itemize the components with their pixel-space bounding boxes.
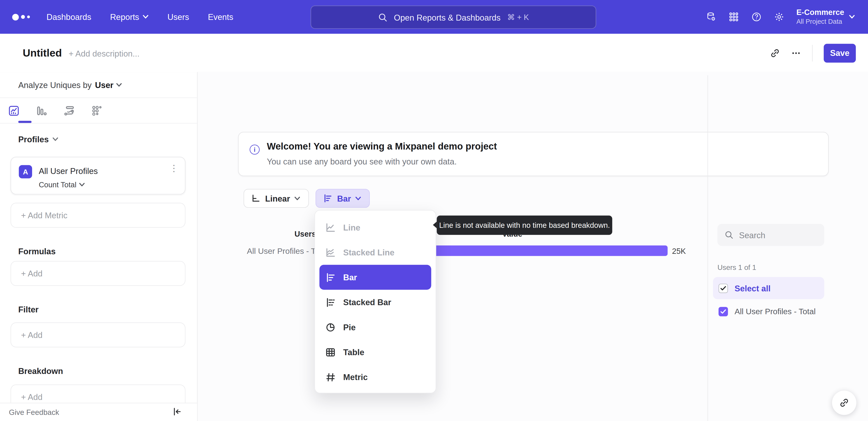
search-placeholder: Search bbox=[739, 230, 765, 240]
tab-retention[interactable] bbox=[83, 105, 111, 117]
metric-card[interactable]: A All User Profiles ⋮ Count Total bbox=[11, 157, 186, 195]
chart-type-dropdown-button[interactable]: Bar bbox=[315, 189, 370, 208]
data-management-icon[interactable] bbox=[706, 11, 716, 22]
add-metric-button[interactable]: + Add Metric bbox=[11, 203, 186, 228]
menu-item-stacked-bar[interactable]: Stacked Bar bbox=[319, 290, 431, 315]
add-description-field[interactable]: + Add description... bbox=[69, 49, 140, 58]
chevron-down-icon bbox=[116, 83, 122, 87]
metric-badge[interactable]: A bbox=[19, 165, 32, 178]
nav-item-events[interactable]: Events bbox=[208, 12, 233, 22]
select-all-row[interactable]: Select all bbox=[713, 277, 824, 299]
pie-chart-icon bbox=[325, 322, 336, 333]
copy-link-icon bbox=[839, 398, 849, 408]
add-formula-button[interactable]: + Add bbox=[11, 261, 186, 286]
global-search-input[interactable]: Open Reports & Dashboards ⌘ + K bbox=[311, 5, 596, 29]
scale-dropdown-button[interactable]: Linear bbox=[244, 189, 309, 208]
check-icon bbox=[720, 285, 726, 290]
chevron-down-icon bbox=[849, 15, 855, 19]
share-link-fab[interactable] bbox=[832, 391, 857, 415]
report-canvas: i Welcome! You are viewing a Mixpanel de… bbox=[197, 72, 868, 421]
info-icon: i bbox=[250, 145, 259, 155]
retention-icon bbox=[91, 105, 103, 117]
menu-item-pie[interactable]: Pie bbox=[319, 315, 431, 340]
help-icon[interactable] bbox=[751, 11, 762, 22]
nav-item-dashboards[interactable]: Dashboards bbox=[46, 12, 91, 22]
series-checkbox-checked[interactable] bbox=[719, 307, 728, 316]
more-options-icon[interactable] bbox=[791, 48, 801, 58]
chart-column-header-users: Users bbox=[294, 229, 316, 238]
chart-bar-value: 25K bbox=[672, 247, 686, 255]
tab-funnels[interactable] bbox=[28, 105, 55, 117]
metric-aggregation-dropdown[interactable]: Count Total bbox=[39, 180, 85, 189]
disabled-option-tooltip: Line is not available with no time based… bbox=[437, 216, 612, 235]
bar-chart-icon bbox=[323, 193, 333, 203]
report-type-tabs bbox=[0, 98, 197, 123]
formulas-section-header: Formulas bbox=[18, 247, 56, 256]
table-icon bbox=[325, 346, 336, 358]
metric-icon bbox=[325, 371, 336, 383]
mixpanel-logo-icon[interactable] bbox=[12, 0, 30, 34]
stacked-line-chart-icon bbox=[325, 247, 336, 258]
funnels-icon bbox=[35, 105, 48, 117]
project-switcher[interactable]: E-Commerce All Project Data bbox=[796, 8, 855, 26]
nav-label: Reports bbox=[110, 12, 139, 22]
report-title[interactable]: Untitled bbox=[23, 47, 62, 59]
mixpanel-app: Dashboards Reports Users Events Open Rep… bbox=[0, 0, 868, 421]
insights-icon bbox=[8, 105, 20, 117]
add-filter-button[interactable]: + Add bbox=[11, 322, 186, 347]
banner-subtitle: You can use any board you see with your … bbox=[267, 157, 457, 166]
divider bbox=[0, 123, 197, 123]
menu-item-table[interactable]: Table bbox=[319, 340, 431, 364]
primary-nav: Dashboards Reports Users Events bbox=[46, 0, 233, 34]
panel-divider bbox=[708, 75, 708, 421]
menu-item-stacked-line: Stacked Line bbox=[319, 240, 431, 265]
sidebar-footer: Give Feedback bbox=[0, 403, 197, 421]
menu-item-metric[interactable]: Metric bbox=[319, 364, 431, 389]
query-builder-sidebar: Analyze Uniques by User bbox=[0, 72, 197, 421]
settings-gear-icon[interactable] bbox=[774, 11, 784, 22]
nav-right-cluster: E-Commerce All Project Data bbox=[706, 0, 855, 34]
analyze-value-dropdown[interactable]: User bbox=[95, 80, 122, 90]
apps-grid-icon[interactable] bbox=[728, 11, 739, 22]
series-item-row[interactable]: All User Profiles - Total bbox=[713, 300, 824, 322]
collapse-sidebar-icon[interactable] bbox=[173, 407, 182, 416]
banner-title: Welcome! You are viewing a Mixpanel demo… bbox=[267, 141, 497, 152]
search-placeholder: Open Reports & Dashboards bbox=[394, 12, 501, 22]
analyze-uniques-row: Analyze Uniques by User bbox=[18, 80, 122, 90]
give-feedback-link[interactable]: Give Feedback bbox=[9, 408, 59, 417]
series-search-input[interactable]: Search bbox=[717, 224, 825, 246]
report-header: Untitled + Add description... Save bbox=[0, 34, 868, 73]
select-all-checkbox[interactable] bbox=[719, 283, 728, 293]
menu-item-bar[interactable]: Bar bbox=[319, 265, 431, 290]
project-scope: All Project Data bbox=[796, 18, 842, 26]
nav-item-reports[interactable]: Reports bbox=[110, 12, 149, 22]
nav-label: Dashboards bbox=[46, 12, 91, 22]
chevron-down-icon bbox=[294, 196, 300, 200]
nav-item-users[interactable]: Users bbox=[167, 12, 189, 22]
active-tab-indicator bbox=[18, 121, 32, 123]
bar-chart-icon bbox=[325, 272, 336, 283]
divider bbox=[812, 45, 813, 61]
flows-icon bbox=[63, 105, 75, 117]
nav-label: Users bbox=[167, 12, 189, 22]
chevron-down-icon bbox=[79, 183, 85, 187]
copy-link-icon[interactable] bbox=[770, 48, 780, 58]
save-button[interactable]: Save bbox=[824, 44, 856, 62]
stacked-bar-chart-icon bbox=[325, 297, 336, 308]
tab-flows[interactable] bbox=[55, 105, 83, 117]
linear-scale-icon bbox=[251, 193, 260, 203]
tab-insights[interactable] bbox=[0, 105, 28, 117]
search-icon bbox=[725, 230, 734, 240]
search-icon bbox=[378, 12, 388, 22]
filter-section-header: Filter bbox=[18, 305, 39, 314]
chevron-down-icon bbox=[143, 15, 149, 19]
menu-item-line: Line bbox=[319, 215, 431, 240]
check-icon bbox=[720, 309, 726, 314]
top-nav: Dashboards Reports Users Events Open Rep… bbox=[0, 0, 868, 34]
nav-label: Events bbox=[208, 12, 233, 22]
chevron-down-icon bbox=[53, 137, 58, 141]
metric-name[interactable]: All User Profiles bbox=[39, 166, 98, 176]
profiles-section-header[interactable]: Profiles bbox=[18, 135, 58, 144]
metric-options-icon[interactable]: ⋮ bbox=[169, 164, 178, 173]
chart-type-menu: Line Stacked Line Bar Stacked Bar bbox=[314, 210, 436, 393]
